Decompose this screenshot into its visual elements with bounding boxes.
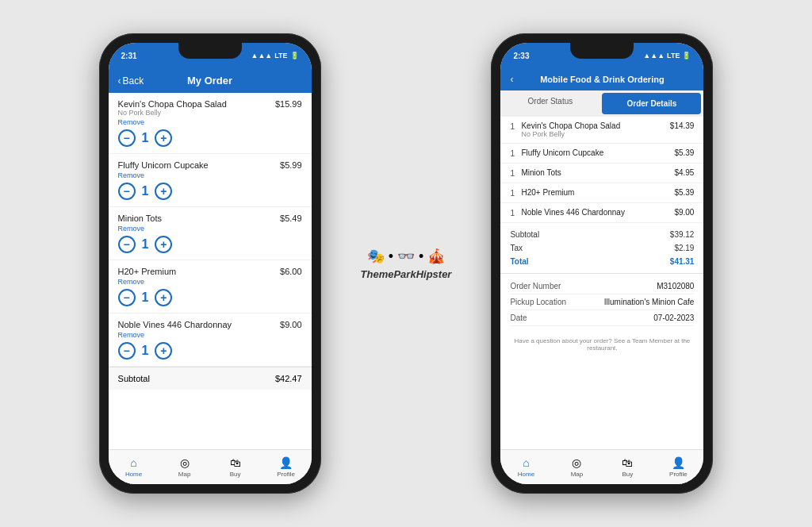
qty-plus-3[interactable]: + [155, 236, 172, 253]
header-title-left: My Order [187, 75, 232, 87]
help-text: Have a question about your order? See a … [500, 331, 703, 358]
order-details-list: 1 Kevin's Chopa Chopa Salad No Pork Bell… [500, 117, 703, 449]
order-number-row: Order Number M3102080 [510, 279, 694, 294]
order-item-5: Noble Vines 446 Chardonnay $9.00 Remove … [109, 314, 312, 367]
order-item-3: Minion Tots $5.49 Remove − 1 + [109, 207, 312, 260]
detail-item-3: 1 Minion Tots $4.95 [500, 163, 703, 183]
nav-map-right[interactable]: ◎ Map [551, 453, 602, 481]
profile-icon-left: 👤 [279, 456, 293, 469]
tab-order-status[interactable]: Order Status [500, 90, 599, 117]
subtotal-row: Subtotal $39.12 [510, 228, 694, 241]
watermark: 🎭 • 👓 • 🎪 ThemeParkHipster [353, 248, 460, 280]
buy-icon-right: 🛍 [622, 456, 633, 469]
qty-plus-5[interactable]: + [155, 342, 172, 360]
time-left: 2:31 [121, 52, 137, 60]
remove-link-1[interactable]: Remove [118, 118, 302, 126]
home-icon-left: ⌂ [130, 456, 136, 469]
signal-right: ▲▲▲ LTE 🔋 [643, 52, 691, 60]
back-button-left[interactable]: ‹ Back [118, 75, 144, 87]
right-phone: 2:33 ▲▲▲ LTE 🔋 ‹ Mobile Food & Drink Ord… [491, 33, 713, 494]
back-button-right[interactable]: ‹ [510, 74, 513, 85]
watermark-icon: 🎭 • 👓 • 🎪 [367, 248, 446, 265]
nav-map-left[interactable]: ◎ Map [159, 453, 210, 481]
remove-link-3[interactable]: Remove [118, 225, 302, 233]
bottom-nav-left: ⌂ Home ◎ Map 🛍 Buy 👤 Profile [109, 449, 312, 484]
order-list: Kevin's Chopa Chopa Salad No Pork Belly … [109, 93, 312, 449]
bottom-nav-right: ⌂ Home ◎ Map 🛍 Buy 👤 Profile [500, 449, 703, 484]
subtotal-value: $42.47 [275, 374, 302, 383]
summary-section: Subtotal $39.12 Tax $2.19 Total $41.31 [500, 223, 703, 274]
detail-item-2: 1 Fluffy Unicorn Cupcake $5.39 [500, 144, 703, 163]
qty-plus-2[interactable]: + [155, 183, 172, 200]
subtotal-bar: Subtotal $42.47 [109, 367, 312, 390]
order-info-section: Order Number M3102080 Pickup Location Il… [500, 274, 703, 331]
qty-minus-2[interactable]: − [118, 183, 136, 200]
qty-minus-4[interactable]: − [118, 289, 136, 306]
remove-link-4[interactable]: Remove [118, 278, 302, 286]
order-item-2: Fluffy Unicorn Cupcake $5.99 Remove − 1 … [109, 154, 312, 207]
profile-icon-right: 👤 [672, 456, 685, 469]
detail-item-5: 1 Noble Vines 446 Chardonnay $9.00 [500, 203, 703, 223]
remove-link-5[interactable]: Remove [118, 331, 302, 339]
qty-plus-1[interactable]: + [155, 129, 172, 147]
qty-plus-4[interactable]: + [155, 289, 172, 306]
tab-row: Order Status Order Details [500, 90, 703, 117]
qty-minus-1[interactable]: − [118, 129, 136, 147]
order-item-4: H20+ Premium $6.00 Remove − 1 + [109, 260, 312, 314]
date-row: Date 07-02-2023 [510, 310, 694, 326]
qty-minus-5[interactable]: − [118, 342, 136, 360]
pickup-row: Pickup Location Illumination's Minion Ca… [510, 294, 694, 310]
watermark-text: ThemeParkHipster [361, 268, 452, 280]
nav-buy-right[interactable]: 🛍 Buy [602, 453, 653, 481]
nav-home-left[interactable]: ⌂ Home [109, 453, 159, 481]
header-title-right: Mobile Food & Drink Ordering [540, 75, 664, 84]
map-icon-right: ◎ [572, 456, 581, 469]
detail-item-1: 1 Kevin's Chopa Chopa Salad No Pork Bell… [500, 117, 703, 144]
remove-link-2[interactable]: Remove [118, 171, 302, 179]
nav-home-right[interactable]: ⌂ Home [500, 453, 551, 481]
total-row: Total $41.31 [510, 255, 694, 268]
nav-profile-right[interactable]: 👤 Profile [653, 453, 703, 481]
tax-row: Tax $2.19 [510, 241, 694, 255]
time-right: 2:33 [513, 52, 529, 60]
header-left: ‹ Back My Order [109, 68, 312, 93]
home-icon-right: ⌂ [523, 456, 529, 469]
order-item-1: Kevin's Chopa Chopa Salad No Pork Belly … [109, 93, 312, 154]
nav-buy-left[interactable]: 🛍 Buy [210, 453, 261, 481]
subtotal-label: Subtotal [118, 374, 150, 383]
nav-profile-left[interactable]: 👤 Profile [261, 453, 312, 481]
map-icon-left: ◎ [180, 456, 190, 469]
header-right: ‹ Mobile Food & Drink Ordering [500, 68, 703, 90]
detail-item-4: 1 H20+ Premium $5.39 [500, 183, 703, 203]
status-bar-right: 2:33 ▲▲▲ LTE 🔋 [500, 43, 703, 68]
buy-icon-left: 🛍 [230, 456, 241, 469]
tab-order-details[interactable]: Order Details [602, 93, 701, 114]
left-phone: 2:31 ▲▲▲ LTE 🔋 ‹ Back My Order Kevin's C… [99, 33, 321, 494]
qty-minus-3[interactable]: − [118, 236, 136, 253]
status-bar-left: 2:31 ▲▲▲ LTE 🔋 [109, 43, 312, 68]
signal-left: ▲▲▲ LTE 🔋 [251, 52, 298, 60]
